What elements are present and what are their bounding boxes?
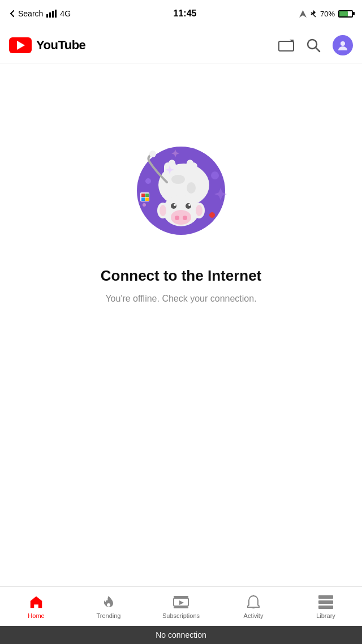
svg-point-22 (188, 204, 191, 206)
home-icon (28, 594, 44, 610)
header-icons (278, 35, 353, 55)
status-time: 11:45 (174, 8, 197, 19)
svg-rect-47 (318, 606, 333, 609)
svg-point-39 (107, 603, 110, 607)
svg-rect-41 (174, 596, 188, 598)
youtube-logo-text: YouTube (36, 38, 85, 53)
tab-activity[interactable]: Activity (217, 594, 290, 619)
tab-subscriptions[interactable]: Subscriptions (145, 594, 217, 619)
svg-point-13 (143, 203, 146, 207)
nav-tabs: Home Trending Subscription (0, 586, 362, 626)
location-icon (299, 10, 307, 18)
tab-home[interactable]: Home (0, 594, 72, 619)
camera-icon[interactable] (278, 37, 294, 53)
svg-point-21 (174, 204, 176, 206)
svg-rect-38 (145, 198, 149, 201)
tab-activity-label: Activity (244, 612, 264, 619)
svg-point-32 (187, 182, 196, 194)
tab-home-label: Home (28, 612, 44, 619)
svg-line-7 (316, 48, 320, 51)
svg-point-17 (175, 216, 179, 220)
svg-rect-4 (279, 41, 294, 51)
svg-rect-35 (141, 194, 145, 197)
trending-icon (101, 594, 117, 610)
svg-rect-46 (318, 600, 333, 604)
no-connection-text: No connection (156, 630, 206, 639)
svg-rect-0 (46, 14, 48, 18)
back-arrow-icon (9, 10, 15, 18)
status-bar: Search 4G 11:45 70% (0, 0, 362, 27)
svg-marker-43 (179, 600, 184, 605)
svg-point-33 (149, 151, 156, 157)
network-type: 4G (60, 9, 71, 18)
svg-point-12 (209, 212, 215, 218)
svg-point-26 (196, 205, 202, 216)
svg-rect-36 (145, 194, 149, 197)
offline-title: Connect to the Internet (101, 267, 262, 285)
battery-percentage: 70% (320, 10, 335, 18)
search-icon[interactable] (305, 37, 321, 53)
header: YouTube (0, 27, 362, 63)
svg-rect-42 (174, 607, 188, 608)
svg-point-18 (183, 216, 187, 220)
status-right: 70% (299, 10, 353, 18)
svg-point-16 (171, 210, 191, 225)
logo-area: YouTube (9, 37, 85, 53)
main-content: Connect to the Internet You're offline. … (0, 63, 362, 304)
youtube-play-icon (17, 41, 25, 50)
signal-icon (46, 10, 57, 18)
tab-library-label: Library (316, 612, 335, 619)
svg-point-19 (171, 203, 176, 209)
activity-icon (245, 594, 261, 610)
svg-point-11 (211, 171, 219, 179)
svg-rect-37 (141, 198, 145, 201)
library-icon (318, 594, 334, 610)
battery-icon (338, 10, 353, 18)
svg-rect-1 (49, 12, 51, 18)
svg-point-31 (171, 175, 185, 184)
svg-point-10 (145, 178, 151, 184)
youtube-logo-box (9, 37, 32, 53)
tab-trending[interactable]: Trending (72, 594, 145, 619)
status-left: Search 4G (9, 9, 71, 18)
svg-point-8 (341, 41, 345, 46)
bluetooth-icon (310, 10, 317, 18)
svg-rect-3 (55, 10, 57, 18)
svg-point-20 (186, 203, 191, 209)
tab-library[interactable]: Library (290, 594, 362, 619)
offline-illustration (124, 131, 238, 244)
bottom-nav: Home Trending Subscription (0, 586, 362, 644)
no-connection-bar: No connection (0, 626, 362, 644)
svg-rect-2 (52, 11, 54, 18)
offline-subtitle: You're offline. Check your connection. (105, 294, 256, 304)
subscriptions-icon (173, 594, 189, 610)
tab-subscriptions-label: Subscriptions (162, 612, 200, 619)
svg-point-25 (160, 205, 166, 216)
tab-trending-label: Trending (96, 612, 120, 619)
profile-avatar[interactable] (333, 35, 353, 55)
status-search-text: Search (18, 9, 43, 18)
svg-rect-45 (318, 595, 333, 599)
